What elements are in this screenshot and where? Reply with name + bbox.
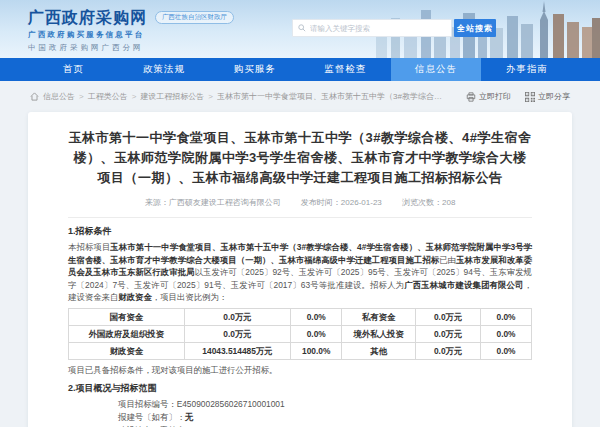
share-button[interactable]: 立即分享 (525, 91, 570, 102)
funding-table-cell: 0.0万元 (416, 308, 481, 325)
breadcrumb-item-tender-notice[interactable]: 建设工程招标公告 (140, 91, 204, 102)
article-view-count: 浏览次数：208 (402, 198, 455, 207)
search-input[interactable] (310, 24, 446, 33)
field-label: 报建号〔如有〕： (118, 412, 185, 422)
section2-heading: 2.项目概况与招标范围 (68, 382, 532, 395)
funding-table-cell: 国有资金 (69, 308, 185, 325)
finance-dept-badge: 广西壮族自治区财政厅 (155, 11, 234, 24)
funding-table-cell: 14043.514485万元 (184, 342, 290, 359)
text-segment: 财政资金 (118, 292, 152, 302)
search-area: 全站搜索 (292, 19, 496, 37)
share-label: 立即分享 (538, 91, 570, 102)
main-nav: 首页 政策法规 购买服务 监督检查 信息公告 办事指南 (0, 58, 600, 81)
funding-table: 国有资金0.0万元0.0%私有资金0.0万元0.0%外国政府及组织投资0.0万元… (68, 308, 532, 360)
funding-table-cell: 0.0万元 (184, 325, 290, 342)
breadcrumb: 信息公告 > 工程类公告 > 建设工程招标公告 > 玉林市第十一中学食堂项目、玉… (30, 91, 447, 102)
breadcrumb-row: 信息公告 > 工程类公告 > 建设工程招标公告 > 玉林市第十一中学食堂项目、玉… (0, 81, 600, 112)
funding-table-row: 外国政府及组织投资0.0万元0.0%境外私人投资0.0万元0.0% (69, 325, 532, 342)
search-icon (298, 24, 306, 32)
funding-table-cell: 0.0% (481, 308, 532, 325)
nav-item-purchase-service[interactable]: 购买服务 (209, 58, 300, 81)
field-construction-location: 建设地点：玉林市 (118, 424, 532, 427)
breadcrumb-separator: > (79, 92, 84, 101)
funding-table-body: 国有资金0.0万元0.0%私有资金0.0万元0.0%外国政府及组织投资0.0万元… (69, 308, 532, 359)
logo-block: 广西政府采购网 广西壮族自治区财政厅 广西政府购买服务信息平台 中国政府采购网广… (28, 9, 234, 53)
site-logo[interactable]: 广西政府采购网 (28, 9, 147, 27)
article-card: 玉林市第十一中学食堂项目、玉林市第十五中学（3#教学综合楼、4#学生宿舍楼）、玉… (28, 112, 572, 427)
qr-code-icon (525, 92, 535, 102)
logo-subtitle-2: 中国政府采购网广西分网 (28, 43, 234, 53)
text-segment: 本招标项目 (68, 242, 110, 252)
funding-table-cell: 0.0% (481, 342, 532, 359)
printer-icon (466, 92, 476, 102)
nav-item-policy[interactable]: 政策法规 (119, 58, 210, 81)
field-value: 无 (185, 412, 193, 422)
text-segment: 广西玉林城市建设集团有限公司 (404, 280, 523, 290)
text-segment: 已由 (439, 255, 456, 265)
article-publish-time: 发布时间：2026-01-23 (301, 198, 382, 207)
funding-table-cell: 0.0% (291, 325, 342, 342)
funding-table-cell: 100.0% (291, 342, 342, 359)
home-icon[interactable] (30, 92, 39, 101)
funding-table-cell: 外国政府及组织投资 (69, 325, 185, 342)
funding-table-cell: 财政资金 (69, 342, 185, 359)
funding-table-cell: 0.0万元 (184, 308, 290, 325)
nav-item-supervision[interactable]: 监督检查 (300, 58, 391, 81)
field-label: 项目招标编号： (118, 399, 177, 409)
funding-table-cell: 其他 (342, 342, 416, 359)
page-tools: 立即打印 立即分享 (452, 91, 570, 102)
breadcrumb-current-page: 玉林市第十一中学食堂项目、玉林市第十五中学（3#教学综合楼、4#学生宿舍楼）、玉… (217, 91, 447, 102)
funding-table-cell: 0.0万元 (416, 325, 481, 342)
site-search-button[interactable]: 全站搜索 (454, 19, 496, 37)
funding-table-cell: 境外私人投资 (342, 325, 416, 342)
breadcrumb-separator: > (132, 92, 137, 101)
nav-item-guide[interactable]: 办事指南 (481, 58, 572, 81)
search-box (292, 19, 452, 37)
funding-table-cell: 0.0% (481, 325, 532, 342)
field-construction-record-number: 报建号〔如有〕：无 (118, 411, 532, 424)
after-table-text: 项目已具备招标条件，现对该项目的施工进行公开招标。 (68, 364, 532, 377)
field-tender-number: 项目招标编号：E4509002856026710001001 (118, 398, 532, 411)
section1-heading: 1.招标条件 (68, 225, 532, 238)
nav-item-announcements[interactable]: 信息公告 (391, 58, 482, 81)
page-title: 玉林市第十一中学食堂项目、玉林市第十五中学（3#教学综合楼、4#学生宿舍楼）、玉… (68, 128, 532, 188)
print-button[interactable]: 立即打印 (466, 91, 511, 102)
title-divider (68, 217, 532, 218)
funding-table-cell: 0.0万元 (416, 342, 481, 359)
logo-subtitle-1: 广西政府购买服务信息平台 (28, 30, 234, 40)
field-value: E4509002856026710001001 (177, 399, 285, 409)
nav-item-home[interactable]: 首页 (28, 58, 119, 81)
article-source: 来源：广西硕友建设工程咨询有限公司 (145, 198, 281, 207)
funding-table-cell: 私有资金 (342, 308, 416, 325)
breadcrumb-item-engineering[interactable]: 工程类公告 (88, 91, 128, 102)
article-meta: 来源：广西硕友建设工程咨询有限公司 发布时间：2026-01-23 浏览次数：2… (68, 197, 532, 208)
site-header: 广西政府采购网 广西壮族自治区财政厅 广西政府购买服务信息平台 中国政府采购网广… (0, 0, 600, 58)
text-segment: ，项目出资比例为： (152, 292, 227, 302)
breadcrumb-separator: > (208, 92, 213, 101)
funding-table-row: 国有资金0.0万元0.0%私有资金0.0万元0.0% (69, 308, 532, 325)
section1-paragraph: 本招标项目玉林市第十一中学食堂项目、玉林市第十五中学（3#教学综合楼、4#学生宿… (68, 241, 532, 304)
funding-table-row: 财政资金14043.514485万元100.0%其他0.0万元0.0% (69, 342, 532, 359)
funding-table-cell: 0.0% (291, 308, 342, 325)
print-label: 立即打印 (479, 91, 511, 102)
breadcrumb-item-announcements[interactable]: 信息公告 (43, 91, 75, 102)
